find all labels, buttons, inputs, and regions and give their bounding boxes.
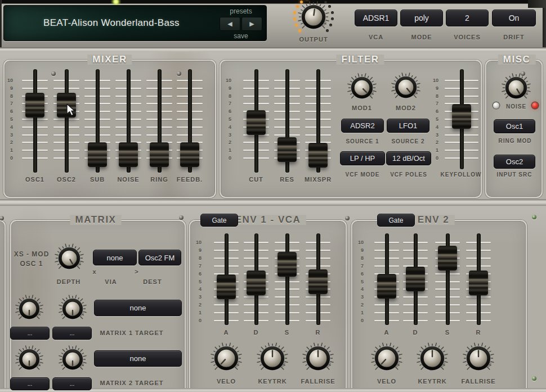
env1-scale-0: 0 <box>190 318 202 323</box>
filter-scale-7: 7 <box>220 101 231 106</box>
filter-scale-0: 0 <box>220 155 231 161</box>
keyfollow-scale-9: 9 <box>427 85 438 91</box>
env1-keytrk-knob[interactable] <box>256 342 289 375</box>
preset-controls: presets ◀ ▶ save <box>218 7 263 40</box>
filter-scale-6: 6 <box>220 109 231 114</box>
matrix-2-knob-b[interactable] <box>58 345 87 374</box>
mixer-scale-4: 4 <box>2 124 13 130</box>
mixer-slider-sub-handle[interactable] <box>88 142 107 167</box>
mod2-knob[interactable] <box>391 72 421 102</box>
dest-label: DEST <box>113 277 192 286</box>
env2-gate-button[interactable]: Gate <box>377 214 415 227</box>
filter-scale-2: 2 <box>220 139 231 145</box>
mode-selector[interactable]: poly <box>400 10 443 26</box>
matrix-1-knob-b[interactable] <box>58 294 87 323</box>
env1-scale-7: 7 <box>190 263 202 269</box>
env2-label-r: R <box>439 328 518 337</box>
mouse-cursor <box>66 103 78 117</box>
matrix-1-knob-a[interactable] <box>15 294 44 323</box>
matrix-via-selector[interactable]: none <box>93 250 137 265</box>
env1-scale-10: 10 <box>190 240 202 245</box>
preset-next-button[interactable]: ▶ <box>241 17 262 31</box>
vcf-mode-selector[interactable]: LP / HP <box>340 151 385 165</box>
filter-slider-cut-handle[interactable] <box>247 110 266 135</box>
white-led <box>493 102 499 109</box>
synth-plugin-window: BEAT-Alison Wonderland-Bass presets ◀ ▶ … <box>0 0 546 392</box>
env1-slider-a-handle[interactable] <box>217 274 236 299</box>
env2-slider-s-handle[interactable] <box>438 246 457 271</box>
env1-scale-3: 3 <box>190 294 202 300</box>
env2-velo-knob[interactable] <box>370 342 403 375</box>
screw <box>177 71 181 76</box>
preset-prev-button[interactable]: ◀ <box>220 17 240 31</box>
env2-scale-1: 1 <box>352 310 364 316</box>
matrix-1-slot-b-button[interactable]: ... <box>52 327 92 340</box>
mixer-slider-feedb-handle[interactable] <box>180 142 199 167</box>
mixer-slider-osc2-track[interactable] <box>65 69 69 173</box>
env1-label-r: R <box>279 328 357 337</box>
mod1-knob[interactable] <box>347 73 377 103</box>
matrix-2-target-selector[interactable]: none <box>94 350 182 367</box>
env2-scale-9: 9 <box>352 247 364 253</box>
matrix-1-slot-a-button[interactable]: ... <box>10 327 50 340</box>
env2-keytrk-knob[interactable] <box>416 342 449 375</box>
mixer-scale-1: 1 <box>2 147 13 153</box>
env1-scale-1: 1 <box>190 310 202 316</box>
route-op-label: > <box>97 267 176 276</box>
filter-slider-mixspr-handle[interactable] <box>308 143 328 168</box>
green-screw <box>532 215 536 219</box>
matrix-2-knob-a[interactable] <box>15 345 44 374</box>
env2-slider-d-handle[interactable] <box>406 267 425 291</box>
env2-slider-a-handle[interactable] <box>377 274 396 299</box>
env1-slider-s-handle[interactable] <box>278 252 297 277</box>
env2-scale-4: 4 <box>352 286 364 292</box>
mixer-scale-3: 3 <box>2 132 13 138</box>
mixer-scale-10: 10 <box>2 78 13 83</box>
vcf-poles-selector[interactable]: 12 dB/Oct <box>386 151 431 165</box>
env2-fallrise-label: FALLRISE <box>439 377 518 386</box>
env1-slider-d-handle[interactable] <box>247 271 266 295</box>
green-screw <box>532 376 536 381</box>
window-corner-shadow <box>528 0 546 8</box>
mixer-title: MIXER <box>87 55 132 65</box>
matrix-dest-selector[interactable]: Osc2 FM <box>138 250 181 265</box>
keyfollow-scale-3: 3 <box>427 132 438 138</box>
env1-fallrise-knob[interactable] <box>302 342 334 375</box>
env1-title: ENV 1 - VCA <box>230 215 306 225</box>
output-knob[interactable] <box>297 1 330 33</box>
mixer-slider-osc1-handle[interactable] <box>25 93 44 118</box>
filter-slider-res-handle[interactable] <box>278 137 297 162</box>
matrix-2-slot-b-button[interactable]: ... <box>52 377 92 390</box>
vca-selector[interactable]: ADSR1 <box>355 10 397 26</box>
mixer-slider-osc1-track[interactable] <box>33 69 37 173</box>
env1-velo-knob[interactable] <box>210 342 243 375</box>
filter-scale-3: 3 <box>220 132 231 138</box>
env1-scale-2: 2 <box>190 302 202 308</box>
save-button[interactable]: save <box>234 32 248 40</box>
source1-selector[interactable]: ADSR2 <box>341 119 384 133</box>
mixer-slider-ring-handle[interactable] <box>150 142 169 167</box>
preset-display: BEAT-Alison Wonderland-Bass presets ◀ ▶ … <box>3 5 267 41</box>
matrix-2-slot-a-button[interactable]: ... <box>10 377 50 390</box>
env1-gate-button[interactable]: Gate <box>200 214 238 227</box>
ring-mod-selector[interactable]: Osc1 <box>494 119 535 133</box>
env1-scale-5: 5 <box>190 279 202 285</box>
noise-knob[interactable] <box>501 73 531 103</box>
env2-slider-r-handle[interactable] <box>469 271 488 295</box>
drift-selector[interactable]: On <box>492 10 536 26</box>
env2-scale-5: 5 <box>352 279 364 285</box>
input-src-selector[interactable]: Osc2 <box>494 155 535 169</box>
keyfollow-slider-handle[interactable] <box>452 104 471 129</box>
depth-knob[interactable] <box>54 243 84 273</box>
env2-fallrise-knob[interactable] <box>462 342 495 375</box>
matrix-1-target-selector[interactable]: none <box>94 300 182 316</box>
red-led <box>532 102 538 109</box>
filter-scale-1: 1 <box>220 147 231 153</box>
keyfollow-scale-10: 10 <box>427 78 438 83</box>
source2-selector[interactable]: LFO1 <box>387 119 429 133</box>
env1-slider-s-track[interactable] <box>285 233 289 325</box>
voices-selector[interactable]: 2 <box>446 10 489 26</box>
filter-scale-8: 8 <box>220 93 231 99</box>
env1-slider-r-handle[interactable] <box>308 269 328 294</box>
mixer-slider-noise-handle[interactable] <box>119 142 138 167</box>
